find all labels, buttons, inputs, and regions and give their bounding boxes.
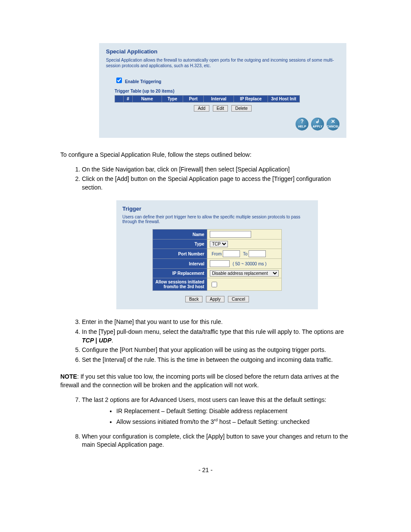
type-select[interactable]: TCP [210,241,228,247]
allow-sessions-checkbox[interactable] [212,282,217,287]
trigger-panel: Trigger Users can define their port trig… [116,200,318,309]
intro-text: To configure a Special Application Rule,… [60,151,351,159]
interval-hint: ( 50 ~ 30000 ms ) [233,261,267,266]
bullet-allow-sessions: Allow sessions initiated from/to the 3rd… [116,417,351,426]
step-5: Configure the [Port Number] that your ap… [82,346,351,355]
help-icon: ? [296,119,308,124]
port-from-input[interactable] [223,250,240,257]
label-interval: Interval [153,259,207,269]
trigger-table: # Name Type Port Interval IP Replace 3rd… [115,95,300,103]
col-num: # [124,96,133,103]
label-type: Type [153,240,207,249]
col-name: Name [132,96,162,103]
add-button[interactable]: Add [194,105,209,112]
step-4: In the [Type] pull-down menu, select the… [82,328,351,345]
note-paragraph: NOTE: If you set this value too low, the… [60,373,351,389]
bullet-ir-replacement: IR Replacement – Default Setting: Disabl… [116,407,351,416]
enable-triggering-label: Enable Triggering [125,79,161,84]
col-blank [115,96,124,103]
step-7: The last 2 options are for Advanced User… [82,396,351,426]
step-6: Set the [Interval] of the rule. This is … [82,356,351,364]
port-to-input[interactable] [249,250,266,257]
col-interval: Interval [204,96,234,103]
label-allow-sessions: Allow sessions initiated from/to the 3rd… [153,278,207,291]
step-2: Click on the [Add] button on the Special… [82,175,351,192]
apply-icon: ↲ [311,119,324,124]
step-8: When your configuration is complete, cli… [82,432,351,449]
ipreplacement-select[interactable]: Disable address replacement [210,270,279,277]
panel-description: Special Application allows the firewall … [106,57,339,68]
trigger-title: Trigger [122,205,312,212]
interval-input[interactable] [210,260,230,267]
delete-button[interactable]: Delete [231,105,252,112]
panel-title: Special Application [106,48,339,55]
port-to-label: To [243,252,248,256]
col-ipreplace: IP Replace [234,96,268,103]
col-3rdhost: 3rd Host Init [268,96,299,103]
special-application-panel: Special Application Special Application … [99,43,346,138]
help-button[interactable]: ?HELP [296,118,308,131]
port-from-label: From [212,252,221,256]
apply-round-button[interactable]: ↲APPLY [311,118,324,131]
back-button[interactable]: Back [185,296,202,302]
trigger-description: Users can define their port trigger here… [122,215,312,224]
trigger-table-caption: Trigger Table (up to 20 items) [115,89,339,93]
step-1: On the Side Navigation bar, click on [Fi… [82,165,351,174]
col-port: Port [183,96,203,103]
label-name: Name [153,230,207,240]
cancel-button[interactable]: Cancel [228,296,249,302]
cancel-icon: ✕ [327,119,339,124]
label-ipreplacement: IP Replacement [153,269,207,278]
trigger-form-table: Name Type TCP Port Number From To [153,229,282,291]
page-number: - 21 - [60,467,351,473]
label-port: Port Number [153,249,207,259]
apply-button[interactable]: Apply [206,296,224,302]
name-input[interactable] [210,231,251,238]
col-type: Type [162,96,183,103]
cancel-round-button[interactable]: ✕CANCEL [327,118,339,131]
step-3: Enter in the [Name] that you want to use… [82,318,351,327]
enable-triggering-checkbox[interactable] [116,78,122,83]
edit-button[interactable]: Edit [213,105,228,112]
